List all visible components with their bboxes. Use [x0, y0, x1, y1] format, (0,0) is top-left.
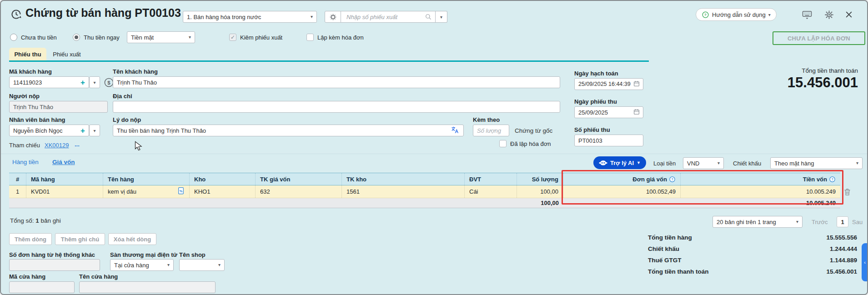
tab-phieu-xuat[interactable]: Phiếu xuất: [46, 48, 87, 61]
posting-date-input[interactable]: 25/09/2025 16:44:39: [574, 78, 643, 90]
salesperson-dropdown[interactable]: ▾: [89, 125, 100, 136]
customer-code-dropdown[interactable]: ▾: [89, 76, 100, 88]
customer-name-input[interactable]: Trịnh Thu Thảo: [113, 76, 560, 88]
grand-total-label: Tổng tiền thanh toán: [665, 67, 858, 74]
customer-name-label: Tên khách hàng: [113, 68, 158, 75]
cell-unit[interactable]: Cái: [465, 185, 517, 198]
chevron-down-icon: ▾: [165, 263, 170, 267]
cell-index[interactable]: 1: [9, 185, 26, 198]
shortcut-keyboard-button[interactable]: [800, 8, 814, 21]
cell-warehouse[interactable]: KHO1: [190, 185, 256, 198]
posting-date-value: 25/09/2025 16:44:39: [578, 81, 631, 87]
checkbox-delivery-note-label: Kiêm phiếu xuất: [240, 34, 282, 41]
col-quantity[interactable]: Số lượng: [517, 173, 563, 185]
summary-total-cost: 10.005.249: [681, 198, 840, 208]
translate-icon[interactable]: [451, 125, 460, 136]
pagination-prev[interactable]: Trước: [812, 219, 828, 225]
col-warehouse[interactable]: Kho: [190, 173, 256, 185]
add-row-button[interactable]: Thêm dòng: [9, 233, 52, 245]
payment-total-value: 15.456.001: [766, 268, 857, 275]
shop-name-select[interactable]: ▾: [179, 259, 225, 271]
pagination-page-1[interactable]: 1: [837, 216, 848, 227]
radio-collect-now[interactable]: Thu tiền ngay: [73, 31, 120, 43]
record-count: Tổng số: 1 bản ghi: [10, 217, 61, 224]
attachment-qty-input[interactable]: [473, 125, 509, 136]
payment-method-value: Tiền mặt: [131, 34, 154, 41]
address-input[interactable]: [113, 101, 560, 113]
col-unit[interactable]: ĐVT: [465, 173, 517, 185]
delete-row-button[interactable]: [843, 188, 851, 198]
currency-label: Loại tiền: [653, 160, 676, 167]
tab-phieu-thu[interactable]: Phiếu thu: [9, 48, 46, 61]
col-warehouse-account[interactable]: TK kho: [342, 173, 465, 185]
radio-not-collected[interactable]: Chưa thu tiền: [10, 31, 57, 43]
ai-assistant-button[interactable]: Trợ lý AI ▼: [593, 156, 646, 169]
cell-quantity[interactable]: 100,00: [517, 185, 563, 198]
add-customer-icon[interactable]: +: [78, 79, 85, 86]
col-item-code[interactable]: Mã hàng: [26, 173, 103, 185]
history-icon[interactable]: [10, 8, 22, 22]
receipt-no-input[interactable]: PT00103: [574, 135, 643, 146]
cell-total-cost[interactable]: 10.005.249: [681, 185, 840, 198]
col-total-cost[interactable]: Tiền vốn ?: [681, 173, 840, 185]
settings-button[interactable]: [822, 8, 836, 21]
close-icon: [844, 10, 853, 19]
customer-code-input[interactable]: 114119023 +: [9, 76, 89, 88]
salesperson-input[interactable]: Nguyễn Bích Ngọc +: [9, 125, 89, 136]
voucher-search-input[interactable]: [346, 13, 424, 21]
store-code-input[interactable]: [9, 281, 75, 293]
checkbox-with-invoice[interactable]: Lập kèm hóa đơn: [306, 31, 364, 43]
calendar-icon[interactable]: [633, 108, 640, 117]
col-item-name[interactable]: Tên hàng: [103, 173, 190, 185]
search-settings-button[interactable]: [325, 11, 341, 23]
percent-doc-icon[interactable]: %: [177, 187, 185, 196]
col-cost-account[interactable]: TK giá vốn: [256, 173, 342, 185]
chevron-down-icon: ▾: [186, 35, 191, 40]
trash-icon: [843, 188, 851, 196]
page-size-select[interactable]: 20 bản ghi trên 1 trang ▾: [712, 216, 803, 228]
table-row[interactable]: 1 KVD01 kem vị dâu % KHO1 632 1561 Cái 1…: [9, 185, 840, 198]
cell-cost-account[interactable]: 632: [256, 185, 342, 198]
cell-item-code[interactable]: KVD01: [26, 185, 103, 198]
discount-select[interactable]: Theo mặt hàng ▾: [770, 157, 863, 169]
calendar-icon[interactable]: [633, 80, 640, 89]
svg-text:?: ?: [671, 178, 673, 181]
external-order-input[interactable]: [9, 259, 100, 271]
reference-link[interactable]: XK00129: [45, 142, 69, 149]
doc-type-select[interactable]: 1. Bán hàng hóa trong nước ▾: [183, 11, 317, 23]
add-note-button[interactable]: Thêm ghi chú: [55, 233, 105, 245]
payment-method-select[interactable]: Tiền mặt ▾: [127, 31, 195, 43]
payer-input[interactable]: Trịnh Thu Thảo: [9, 101, 108, 113]
help-icon[interactable]: ?: [829, 176, 836, 183]
add-salesperson-icon[interactable]: +: [78, 127, 85, 135]
tab-hang-tien[interactable]: Hàng tiền: [12, 159, 39, 165]
cell-unit-cost[interactable]: 100.052,49: [563, 185, 681, 198]
clear-rows-button[interactable]: Xóa hết dòng: [108, 233, 156, 245]
col-index[interactable]: #: [9, 173, 26, 185]
question-circle-icon: ?: [702, 11, 709, 19]
pagination-next[interactable]: Sau: [852, 219, 863, 225]
cell-item-name[interactable]: kem vị dâu %: [103, 185, 190, 198]
side-panel-handle[interactable]: ‹: [862, 243, 868, 281]
gear-icon: [824, 10, 834, 20]
checkbox-delivery-note[interactable]: ✓ Kiêm phiếu xuất: [229, 31, 282, 43]
tab-gia-von[interactable]: Giá vốn: [52, 159, 75, 165]
help-icon[interactable]: ?: [669, 176, 676, 183]
tab-underline: [9, 60, 649, 62]
reason-input[interactable]: Thu tiền bán hàng Trịnh Thu Thảo: [113, 125, 464, 136]
checkbox-invoice-issued[interactable]: Đã lập hóa đơn: [499, 139, 551, 148]
receipt-date-input[interactable]: 25/09/2025: [574, 106, 643, 118]
attachment-suffix-label: Chứng từ gốc: [515, 127, 552, 134]
search-dropdown-button[interactable]: ▾: [436, 11, 447, 23]
reference-more-link[interactable]: ...: [75, 141, 80, 148]
store-name-input[interactable]: [79, 281, 216, 293]
currency-value: VND: [687, 160, 699, 167]
help-guide-button[interactable]: ? Hướng dẫn sử dụng ▾: [696, 8, 777, 21]
currency-select[interactable]: VND ▾: [683, 157, 724, 169]
close-button[interactable]: [842, 8, 856, 21]
shop-name-label: Tên shop: [179, 251, 206, 258]
payment-total-label: Tổng tiền thanh toán: [648, 268, 708, 275]
ecommerce-select[interactable]: Tại cửa hàng ▾: [110, 259, 174, 271]
cell-warehouse-account[interactable]: 1561: [342, 185, 465, 198]
col-unit-cost[interactable]: Đơn giá vốn ?: [563, 173, 681, 185]
